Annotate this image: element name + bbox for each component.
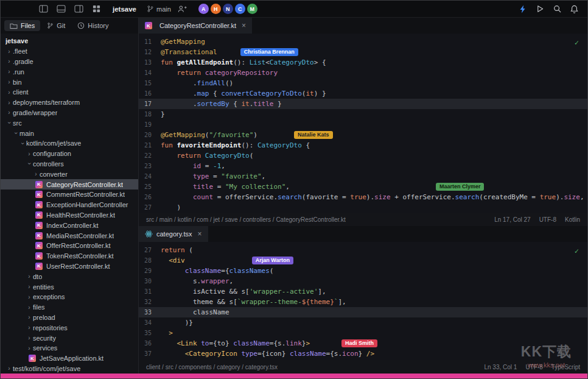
- chevron-down-icon[interactable]: ›: [6, 119, 13, 127]
- code-line-28[interactable]: 28 <divArjan Warton: [139, 255, 587, 266]
- caret-position[interactable]: Ln 17, Col 27: [494, 216, 531, 223]
- code-line-27[interactable]: 27return (: [139, 245, 587, 255]
- tree-item-client[interactable]: ›client: [1, 87, 138, 97]
- avatar-h[interactable]: H: [211, 4, 221, 14]
- code-line-17[interactable]: 17 .sortedBy { it.title }: [139, 99, 587, 109]
- code-line-38[interactable]: 38: [139, 359, 587, 360]
- chevron-right-icon[interactable]: ›: [5, 58, 13, 65]
- tree-item-offerrestcontroller-kt[interactable]: KOfferRestController.kt: [1, 241, 138, 251]
- chevron-right-icon[interactable]: ›: [26, 273, 33, 280]
- chevron-right-icon[interactable]: ›: [26, 304, 33, 311]
- tree-item-categoryrestcontroller-kt[interactable]: KCategoryRestController.kt: [1, 179, 138, 190]
- breadcrumb[interactable]: client / src / components / category / c…: [146, 364, 278, 370]
- tree-item-exceptionhandlercontroller[interactable]: KExceptionHandlerController: [1, 200, 138, 210]
- code-line-23[interactable]: 23 id = -1,: [139, 161, 587, 171]
- git-branch-button[interactable]: main: [147, 5, 171, 13]
- code-line-22[interactable]: 22 return CategoryDto(: [139, 151, 587, 161]
- tree-item-bin[interactable]: ›bin: [1, 77, 138, 87]
- tree-item-healthrestcontroller-kt[interactable]: KHealthRestController.kt: [1, 210, 138, 221]
- smart-mode-lightning-icon[interactable]: [517, 3, 529, 15]
- code-line-19[interactable]: 19: [139, 119, 587, 130]
- code-line-30[interactable]: 30 s.wrapper,: [139, 276, 587, 286]
- tree-item-preload[interactable]: ›preload: [1, 313, 138, 323]
- code-line-33[interactable]: 33 className: [139, 307, 587, 317]
- chevron-right-icon[interactable]: ›: [5, 99, 13, 106]
- chevron-right-icon[interactable]: ›: [5, 89, 13, 96]
- tree-item-repositories[interactable]: ›repositories: [1, 322, 138, 333]
- caret-position[interactable]: Ln 33, Col 1: [484, 364, 517, 370]
- code-line-12[interactable]: 12@TransactionalChristiana Brennan: [139, 47, 587, 57]
- code-line-11[interactable]: 11@GetMapping: [139, 37, 587, 47]
- collaborator-cursor-christiana-brennan[interactable]: Christiana Brennan: [240, 48, 298, 56]
- tree-item-files[interactable]: ›files: [1, 302, 138, 313]
- tree-item-userrestcontroller-kt[interactable]: KUserRestController.kt: [1, 261, 138, 272]
- file-encoding[interactable]: UTF-8: [539, 216, 556, 223]
- tree-item-test-kotlin-com-jet-save[interactable]: ›test/kotlin/com/jet/save: [1, 364, 138, 374]
- tree-item-gradle-wrapper[interactable]: ›gradle/wrapper: [1, 108, 138, 118]
- tree-item-deployments-terraform[interactable]: ›deployments/terraform: [1, 97, 138, 108]
- chevron-right-icon[interactable]: ›: [26, 314, 33, 321]
- code-line-32[interactable]: 32 theme && s[`wrapper--theme-${theme}`]…: [139, 297, 587, 307]
- code-line-16[interactable]: 16 .map { convertCategoryToDto(it) }: [139, 88, 587, 99]
- code-line-21[interactable]: 21fun favoriteEndpoint(): CategoryDto {: [139, 140, 587, 151]
- tree-item--fleet[interactable]: ›.fleet: [1, 46, 138, 57]
- file-language[interactable]: Kotlin: [565, 216, 580, 223]
- invite-collaborator-icon[interactable]: [177, 3, 189, 15]
- tree-item--gradle[interactable]: ›.gradle: [1, 57, 138, 67]
- chevron-right-icon[interactable]: ›: [32, 171, 40, 177]
- code-line-14[interactable]: 14 return categoryRepository: [139, 68, 587, 78]
- tree-item-commentrestcontroller-kt[interactable]: KCommentRestController.kt: [1, 190, 138, 200]
- tree-item-kotlin-com-jet-save[interactable]: ›kotlin/com/jet/save: [1, 138, 138, 149]
- code-line-26[interactable]: 26 count = offerService.search(favorite …: [139, 192, 587, 202]
- tree-item-services[interactable]: ›services: [1, 343, 138, 353]
- code-line-24[interactable]: 24 type = "favorite",: [139, 171, 587, 182]
- code-line-18[interactable]: 18}: [139, 109, 587, 119]
- code-line-13[interactable]: 13fun getAllEndpoint(): List<CategoryDto…: [139, 57, 587, 68]
- tree-item-entities[interactable]: ›entities: [1, 282, 138, 292]
- code-editor-kotlin[interactable]: ✓ 11@GetMapping12@TransactionalChristian…: [139, 34, 587, 213]
- file-language[interactable]: TypeScript: [551, 364, 580, 370]
- code-line-27[interactable]: 27 ): [139, 202, 587, 213]
- tree-item-jetsave[interactable]: jetsave: [1, 36, 138, 46]
- project-name[interactable]: jetsave: [113, 5, 136, 13]
- collaborator-cursor-maarten-clymer[interactable]: Maarten Clymer: [436, 183, 485, 191]
- chevron-right-icon[interactable]: ›: [5, 109, 13, 116]
- chevron-right-icon[interactable]: ›: [26, 324, 33, 331]
- editor-tab-category-tsx[interactable]: category.tsx ×: [139, 226, 208, 242]
- close-tab-icon[interactable]: ×: [198, 230, 202, 238]
- code-line-31[interactable]: 31 isActive && s['wrapper--active'],: [139, 286, 587, 297]
- toggle-left-panel-icon[interactable]: [37, 3, 49, 15]
- code-line-36[interactable]: 36 <Link to={to} className={s.link}>Hadi…: [139, 338, 587, 349]
- sidebar-tab-git[interactable]: Git: [41, 20, 71, 31]
- chevron-right-icon[interactable]: ›: [5, 79, 13, 85]
- chevron-down-icon[interactable]: ›: [26, 160, 33, 168]
- avatar-m[interactable]: M: [247, 4, 257, 14]
- chevron-right-icon[interactable]: ›: [26, 151, 33, 157]
- tree-item-security[interactable]: ›security: [1, 333, 138, 343]
- sidebar-tab-files[interactable]: Files: [4, 20, 40, 31]
- search-icon[interactable]: [551, 3, 563, 15]
- code-line-34[interactable]: 34 )}: [139, 317, 587, 328]
- chevron-down-icon[interactable]: ›: [19, 140, 26, 147]
- tree-item-mediarestcontroller-kt[interactable]: KMediaRestController.kt: [1, 230, 138, 241]
- tree-item-dto[interactable]: ›dto: [1, 271, 138, 282]
- code-line-25[interactable]: 25 title = "My collection",Maarten Clyme…: [139, 182, 587, 192]
- code-editor-tsx[interactable]: ✓ 27return (28 <divArjan Warton29 classN…: [139, 242, 587, 360]
- chevron-right-icon[interactable]: ›: [5, 68, 13, 75]
- run-button[interactable]: [534, 3, 546, 15]
- tree-item-tokenrestcontroller-kt[interactable]: KTokenRestController.kt: [1, 251, 138, 261]
- tree-item-src[interactable]: ›src: [1, 118, 138, 128]
- collaborator-cursor-arjan-warton[interactable]: Arjan Warton: [252, 257, 293, 264]
- sidebar-tab-history[interactable]: History: [72, 20, 114, 31]
- tree-item-converter[interactable]: ›converter: [1, 169, 138, 179]
- code-line-35[interactable]: 35 >: [139, 328, 587, 338]
- toggle-right-panel-icon[interactable]: [72, 3, 85, 15]
- layout-grid-icon[interactable]: [90, 3, 102, 15]
- chevron-right-icon[interactable]: ›: [26, 335, 33, 341]
- tree-item-controllers[interactable]: ›controllers: [1, 159, 138, 169]
- chevron-right-icon[interactable]: ›: [26, 283, 33, 290]
- code-line-37[interactable]: 37 <CategoryIcon type={icon} className={…: [139, 349, 587, 359]
- file-encoding[interactable]: UTF-8: [525, 364, 542, 370]
- breadcrumb[interactable]: src / main / kotlin / com / jet / save /…: [146, 216, 346, 223]
- tree-item-jetsaveapplication-kt[interactable]: KJetSaveApplication.kt: [1, 353, 138, 364]
